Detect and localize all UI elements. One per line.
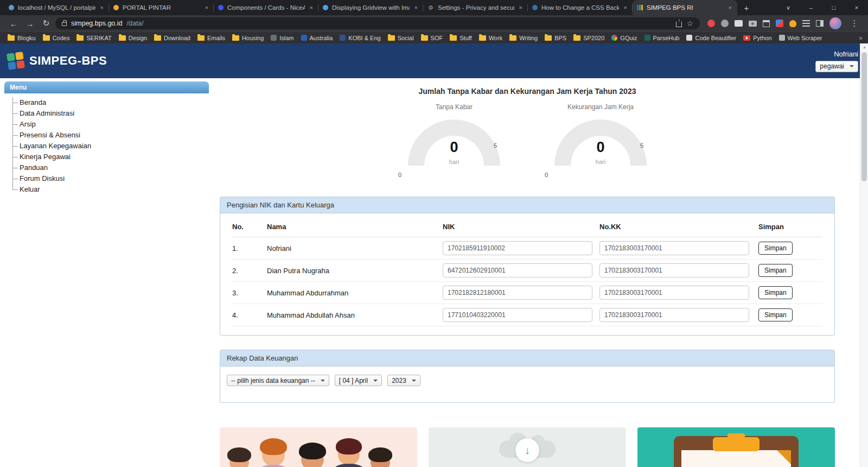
- browser-tab[interactable]: Components / Cards - NiceAdm×: [214, 0, 318, 15]
- new-tab-button[interactable]: +: [739, 1, 754, 15]
- upload-illustration-card[interactable]: ↓: [429, 427, 626, 467]
- paw-extension-icon[interactable]: [789, 20, 796, 27]
- bookmark-item[interactable]: SP2020: [573, 35, 604, 41]
- nik-input[interactable]: [443, 263, 592, 277]
- reading-list-icon[interactable]: [802, 20, 810, 27]
- kk-input[interactable]: [599, 308, 749, 322]
- bookmark-item[interactable]: BPS: [545, 35, 566, 41]
- menu-item-presensi-absensi[interactable]: Presensi & Absensi: [20, 131, 80, 139]
- tab-close-icon[interactable]: ×: [623, 4, 628, 11]
- bookmark-item[interactable]: Design: [119, 35, 147, 41]
- simpan-button[interactable]: Simpan: [758, 286, 793, 299]
- minimize-icon[interactable]: –: [800, 4, 822, 11]
- bookmark-item[interactable]: Python: [743, 35, 771, 41]
- forward-icon[interactable]: →: [23, 19, 37, 28]
- bookmark-item[interactable]: Blogku: [8, 35, 36, 41]
- browser-tab[interactable]: localhost / MySQL / portalpinta×: [4, 0, 109, 15]
- tab-close-icon[interactable]: ×: [727, 4, 733, 11]
- bookmark-item[interactable]: ParseHub: [644, 35, 680, 41]
- bookmark-item[interactable]: Writing: [509, 35, 538, 41]
- scrollbar-thumb[interactable]: [861, 52, 867, 181]
- jenis-data-keuangan-select[interactable]: -- pilih jenis data keuangan --: [227, 375, 329, 386]
- tahun-select[interactable]: 2023: [387, 375, 420, 386]
- site-icon: [271, 35, 277, 41]
- extension-icon[interactable]: [721, 20, 729, 27]
- profile-avatar[interactable]: [829, 17, 841, 29]
- bookmark-item[interactable]: Web Scraper: [779, 35, 822, 41]
- bookmark-item[interactable]: SERIKAT: [76, 35, 111, 41]
- tab-search-chevron-icon[interactable]: ∨: [777, 4, 800, 11]
- menu-item-panduan[interactable]: Panduan: [20, 163, 48, 172]
- simpan-button[interactable]: Simpan: [758, 264, 793, 277]
- window-close-icon[interactable]: ×: [845, 4, 868, 11]
- address-bar[interactable]: simpeg.bps.go.id /data/ ☆: [55, 17, 700, 29]
- reload-icon[interactable]: ↻: [39, 18, 53, 28]
- screenshot-icon[interactable]: [735, 20, 743, 27]
- menu-item-layanan-kepegawaian[interactable]: Layanan Kepegawaian: [20, 142, 91, 150]
- folder-icon: [8, 35, 15, 41]
- bookmark-item[interactable]: Stuff: [450, 35, 471, 41]
- gauge-kekurangan-jam-kerja: Kekurangan Jam Kerja 0 hari 0 5: [538, 103, 663, 182]
- menu-item-forum-diskusi[interactable]: Forum Diskusi: [20, 174, 65, 182]
- tab-close-icon[interactable]: ×: [413, 4, 419, 11]
- kk-input[interactable]: [599, 286, 749, 300]
- site-icon: [301, 35, 307, 41]
- kk-input[interactable]: [599, 241, 749, 255]
- browser-tab[interactable]: Displaying Gridview with Image×: [318, 0, 423, 15]
- bookmark-item[interactable]: Codes: [43, 35, 70, 41]
- bookmark-item[interactable]: Download: [154, 35, 190, 41]
- menu-item-arsip[interactable]: Arsip: [20, 120, 36, 128]
- bookmark-item[interactable]: SOF: [421, 35, 443, 41]
- bookmark-item[interactable]: GQuiz: [611, 35, 637, 41]
- nik-input[interactable]: [443, 286, 592, 300]
- camera-icon[interactable]: [749, 21, 757, 27]
- bookmark-label: BPS: [554, 35, 566, 41]
- back-icon[interactable]: ←: [7, 19, 21, 28]
- tab-close-icon[interactable]: ×: [518, 4, 524, 11]
- bookmark-item[interactable]: KOBI & Eng: [340, 35, 380, 41]
- tab-close-icon[interactable]: ×: [309, 4, 314, 11]
- tab-close-icon[interactable]: ×: [99, 4, 105, 11]
- bookmark-item[interactable]: Housing: [232, 35, 264, 41]
- web-page: SIMPEG-BPS Nofriani pegawai Menu Beranda…: [0, 43, 868, 467]
- calendar-icon[interactable]: [763, 20, 770, 27]
- browser-tab[interactable]: How to Change a CSS Backgrou×: [528, 0, 633, 15]
- bookmark-item[interactable]: Emails: [197, 35, 225, 41]
- site-info-lock-icon[interactable]: [62, 22, 67, 26]
- role-select[interactable]: pegawai: [815, 61, 858, 72]
- menu-item-keluar[interactable]: Keluar: [20, 185, 40, 193]
- share-icon[interactable]: [676, 22, 682, 27]
- side-panel-icon[interactable]: [816, 20, 824, 27]
- tab-title: Displaying Gridview with Image: [332, 4, 410, 11]
- bookmark-item[interactable]: Code Beautifier: [686, 35, 736, 41]
- colored-extension-icon[interactable]: [776, 20, 783, 27]
- bookmark-item[interactable]: Social: [388, 35, 414, 41]
- adblock-icon[interactable]: [707, 20, 715, 27]
- attendance-illustration-card[interactable]: ATTENDANCE: [637, 427, 835, 467]
- app-logo[interactable]: SIMPEG-BPS: [8, 53, 107, 69]
- bookmark-item[interactable]: Australia: [301, 35, 333, 41]
- bookmarks-overflow-icon[interactable]: »: [859, 34, 863, 42]
- nik-input[interactable]: [443, 241, 592, 255]
- browser-tab[interactable]: PORTAL PINTAR×: [109, 0, 214, 15]
- browser-tab[interactable]: ⚙Settings - Privacy and security×: [423, 0, 528, 15]
- nik-input[interactable]: [443, 308, 592, 322]
- people-illustration-card[interactable]: [220, 427, 417, 467]
- browser-tab[interactable]: SIMPEG BPS RI×: [633, 0, 737, 15]
- bookmark-item[interactable]: Work: [479, 35, 502, 41]
- simpan-button[interactable]: Simpan: [758, 242, 793, 255]
- folder-icon: [509, 35, 516, 41]
- scroll-up-icon[interactable]: ▲: [860, 45, 868, 49]
- tab-close-icon[interactable]: ×: [204, 4, 209, 11]
- menu-item-data-administrasi[interactable]: Data Administrasi: [20, 109, 74, 117]
- vertical-scrollbar[interactable]: ▲: [860, 43, 868, 467]
- kk-input[interactable]: [599, 263, 749, 277]
- browser-menu-icon[interactable]: ⋮: [847, 18, 861, 28]
- menu-item-kinerja-pegawai[interactable]: Kinerja Pegawai: [20, 153, 71, 161]
- simpan-button[interactable]: Simpan: [758, 308, 793, 321]
- bookmark-star-icon[interactable]: ☆: [686, 19, 693, 28]
- bulan-select[interactable]: [ 04 ] April: [335, 375, 382, 386]
- menu-item-beranda[interactable]: Beranda: [20, 98, 46, 106]
- maximize-icon[interactable]: □: [822, 4, 845, 11]
- bookmark-item[interactable]: Islam: [271, 35, 293, 41]
